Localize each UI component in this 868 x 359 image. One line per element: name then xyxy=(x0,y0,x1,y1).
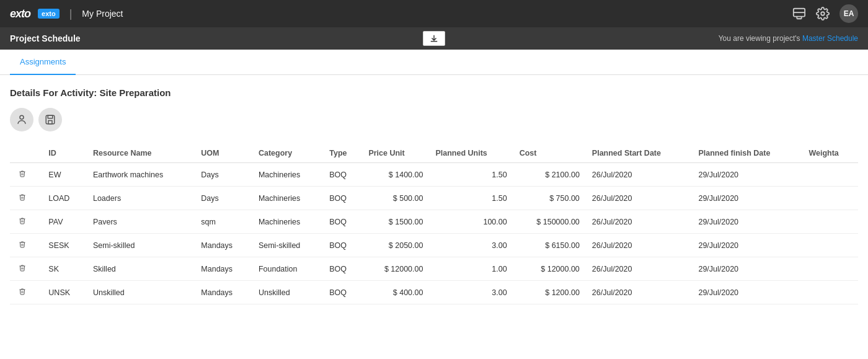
cell-type: BOQ xyxy=(323,163,362,187)
cell-weighta xyxy=(802,210,858,234)
cell-uom: Mandays xyxy=(195,234,252,257)
main-content: Assignments Details For Activity: Site P… xyxy=(0,50,868,359)
user-avatar[interactable]: EA xyxy=(839,4,858,23)
trash-icon xyxy=(19,287,26,296)
delete-row-button[interactable] xyxy=(16,192,29,205)
tab-assignments[interactable]: Assignments xyxy=(10,50,76,75)
col-uom: UOM xyxy=(195,144,252,163)
cell-id: EW xyxy=(42,163,87,187)
cell-planned_units: 1.00 xyxy=(429,257,513,281)
cell-planned_units: 3.00 xyxy=(429,281,513,304)
table-row: SESKSemi-skilledMandaysSemi-skilledBOQ$ … xyxy=(10,234,858,257)
delete-row-button[interactable] xyxy=(16,168,29,181)
cell-resource_name: Semi-skilled xyxy=(87,234,195,257)
cell-planned_finish: 29/Jul/2020 xyxy=(692,163,802,187)
svg-rect-3 xyxy=(46,115,55,124)
cell-category: Machineries xyxy=(252,187,323,210)
table-row: LOADLoadersDaysMachineriesBOQ$ 500.001.5… xyxy=(10,187,858,210)
cell-planned_start: 26/Jul/2020 xyxy=(586,234,693,257)
cell-weighta xyxy=(802,281,858,304)
table-row: PAVPaverssqmMachineriesBOQ$ 1500.00100.0… xyxy=(10,210,858,234)
header: exto exto | My Project EA xyxy=(0,0,868,27)
cell-planned_start: 26/Jul/2020 xyxy=(586,210,693,234)
col-delete xyxy=(10,144,42,163)
cell-id: SESK xyxy=(42,234,87,257)
cell-price_unit: $ 1400.00 xyxy=(362,163,429,187)
cell-planned_units: 1.50 xyxy=(429,163,513,187)
header-icons: EA xyxy=(792,4,858,23)
delete-row-button[interactable] xyxy=(16,239,29,252)
download-icon xyxy=(430,34,438,43)
cell-planned_finish: 29/Jul/2020 xyxy=(692,234,802,257)
cell-resource_name: Pavers xyxy=(87,210,195,234)
svg-point-1 xyxy=(821,12,825,16)
cell-cost: $ 12000.00 xyxy=(513,257,586,281)
cell-uom: Days xyxy=(195,187,252,210)
table-row: UNSKUnskilledMandaysUnskilledBOQ$ 400.00… xyxy=(10,281,858,304)
col-category: Category xyxy=(252,144,323,163)
delete-row-button[interactable] xyxy=(16,262,29,275)
tabs-container: Assignments xyxy=(0,50,868,75)
col-planned-start: Planned Start Date xyxy=(586,144,693,163)
cell-resource_name: Skilled xyxy=(87,257,195,281)
cell-resource_name: Unskilled xyxy=(87,281,195,304)
cell-weighta xyxy=(802,234,858,257)
col-type: Type xyxy=(323,144,362,163)
cell-category: Unskilled xyxy=(252,281,323,304)
cell-planned_units: 100.00 xyxy=(429,210,513,234)
person-icon xyxy=(16,114,27,125)
cell-price_unit: $ 400.00 xyxy=(362,281,429,304)
settings-button[interactable] xyxy=(816,7,830,20)
cell-cost: $ 1200.00 xyxy=(513,281,586,304)
cell-cost: $ 2100.00 xyxy=(513,163,586,187)
cell-resource_name: Loaders xyxy=(87,187,195,210)
trash-icon xyxy=(19,169,26,178)
cell-category: Machineries xyxy=(252,210,323,234)
cell-uom: Mandays xyxy=(195,257,252,281)
cell-category: Machineries xyxy=(252,163,323,187)
page-title: Project Schedule xyxy=(10,33,81,43)
cell-cost: $ 150000.00 xyxy=(513,210,586,234)
cell-category: Semi-skilled xyxy=(252,234,323,257)
sub-header: Project Schedule You are viewing project… xyxy=(0,27,868,50)
cell-id: LOAD xyxy=(42,187,87,210)
col-planned-units: Planned Units xyxy=(429,144,513,163)
cell-uom: Mandays xyxy=(195,281,252,304)
cell-cost: $ 6150.00 xyxy=(513,234,586,257)
inbox-button[interactable] xyxy=(792,7,806,20)
col-planned-finish: Planned finish Date xyxy=(692,144,802,163)
exto-badge: exto xyxy=(38,9,60,19)
table-row: EWEarthwork machinesDaysMachineriesBOQ$ … xyxy=(10,163,858,187)
cell-id: PAV xyxy=(42,210,87,234)
svg-rect-4 xyxy=(48,115,53,118)
cell-type: BOQ xyxy=(323,257,362,281)
col-price-unit: Price Unit xyxy=(362,144,429,163)
cell-cost: $ 750.00 xyxy=(513,187,586,210)
download-button[interactable] xyxy=(423,31,445,46)
cell-planned_start: 26/Jul/2020 xyxy=(586,187,693,210)
col-resource-name: Resource Name xyxy=(87,144,195,163)
cell-uom: Days xyxy=(195,163,252,187)
col-weighta: Weighta xyxy=(802,144,858,163)
svg-rect-5 xyxy=(48,121,52,124)
trash-icon xyxy=(19,264,26,272)
logo: exto xyxy=(10,7,30,20)
trash-icon xyxy=(19,240,26,249)
cell-planned_finish: 29/Jul/2020 xyxy=(692,281,802,304)
cell-planned_units: 1.50 xyxy=(429,187,513,210)
cell-planned_finish: 29/Jul/2020 xyxy=(692,257,802,281)
cell-type: BOQ xyxy=(323,210,362,234)
delete-row-button[interactable] xyxy=(16,215,29,228)
cell-type: BOQ xyxy=(323,281,362,304)
cell-price_unit: $ 500.00 xyxy=(362,187,429,210)
save-button[interactable] xyxy=(38,108,62,131)
cell-planned_units: 3.00 xyxy=(429,234,513,257)
delete-row-button[interactable] xyxy=(16,286,29,299)
table-row: SKSkilledMandaysFoundationBOQ$ 12000.001… xyxy=(10,257,858,281)
master-schedule-link[interactable]: Master Schedule xyxy=(802,34,858,43)
project-name: My Project xyxy=(82,9,123,19)
col-cost: Cost xyxy=(513,144,586,163)
cell-planned_finish: 29/Jul/2020 xyxy=(692,210,802,234)
add-resource-button[interactable] xyxy=(10,108,33,131)
master-schedule-notice: You are viewing project's Master Schedul… xyxy=(719,34,858,43)
